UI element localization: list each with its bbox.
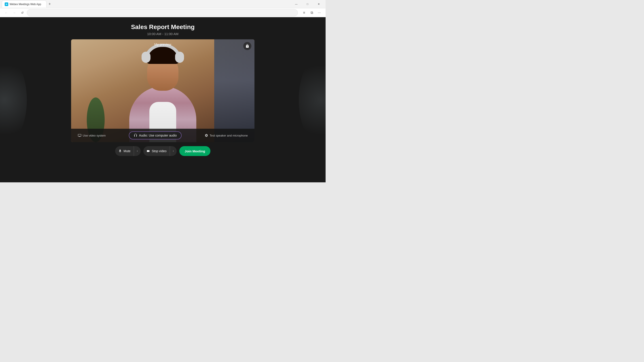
audio-control-button[interactable]: Audio: Use computer audio (129, 131, 182, 139)
nav-right-controls: ≡ ⧉ ··· (300, 9, 323, 16)
stop-video-label: Stop video (152, 149, 166, 153)
mute-button-group: Mute (115, 146, 141, 156)
title-bar: W Webex Meetings Web App + — □ ✕ (0, 0, 326, 8)
meeting-header: Sales Report Meeting 10:00 AM - 11:00 AM (131, 17, 195, 39)
window-controls: — □ ✕ (291, 0, 324, 7)
address-bar[interactable] (27, 9, 298, 16)
mute-main-button[interactable]: Mute (115, 146, 134, 156)
mute-label: Mute (124, 149, 130, 153)
bg-decoration-left (0, 55, 27, 145)
action-buttons: Mute Stop video Jo (115, 146, 211, 156)
video-preview-container: My preview Use video system Audio: Use c… (71, 39, 254, 142)
back-button[interactable]: ← (3, 9, 10, 16)
nav-bar: ← → ↺ ≡ ⧉ ··· (0, 8, 326, 17)
browser-tab[interactable]: W Webex Meetings Web App (2, 0, 46, 7)
room-window (214, 39, 254, 142)
use-video-system-button[interactable]: Use video system (76, 132, 108, 139)
app-content: Sales Report Meeting 10:00 AM - 11:00 AM… (0, 17, 326, 182)
video-feed (71, 39, 254, 142)
bg-decoration-right (299, 55, 326, 145)
browser-chrome: W Webex Meetings Web App + — □ ✕ ← → ↺ ≡… (0, 0, 326, 17)
person-video (120, 48, 205, 142)
video-controls-bar: Use video system Audio: Use computer aud… (71, 129, 254, 142)
use-video-system-label: Use video system (83, 134, 106, 137)
refresh-button[interactable]: ↺ (19, 9, 26, 16)
tab-title: Webex Meetings Web App (10, 3, 41, 6)
test-speaker-label: Test speaker and microphone (210, 134, 248, 137)
tab-panel-button[interactable]: ⧉ (308, 9, 315, 16)
join-meeting-button[interactable]: Join Meeting (179, 146, 211, 156)
mute-chevron-button[interactable] (134, 146, 141, 156)
test-speaker-button[interactable]: Test speaker and microphone (202, 132, 250, 139)
audio-control-label: Audio: Use computer audio (139, 134, 177, 137)
meeting-title: Sales Report Meeting (131, 23, 195, 31)
tab-favicon: W (5, 2, 8, 6)
meeting-time: 10:00 AM - 11:00 AM (131, 32, 195, 36)
stop-video-main-button[interactable]: Stop video (143, 146, 170, 156)
minimize-button[interactable]: — (291, 0, 302, 7)
stop-video-chevron-button[interactable] (170, 146, 177, 156)
new-tab-button[interactable]: + (46, 1, 53, 7)
mic-indicator-button[interactable] (243, 42, 251, 50)
more-options-button[interactable]: ··· (316, 9, 323, 16)
headphone-right-cup (175, 52, 184, 63)
maximize-button[interactable]: □ (302, 0, 312, 7)
hamburger-menu-button[interactable]: ≡ (300, 9, 308, 16)
close-button[interactable]: ✕ (314, 0, 324, 7)
headphone-left-cup (142, 52, 150, 63)
forward-button[interactable]: → (11, 9, 18, 16)
stop-video-button-group: Stop video (143, 146, 177, 156)
preview-label: My preview (154, 42, 171, 46)
join-meeting-label: Join Meeting (185, 149, 205, 153)
